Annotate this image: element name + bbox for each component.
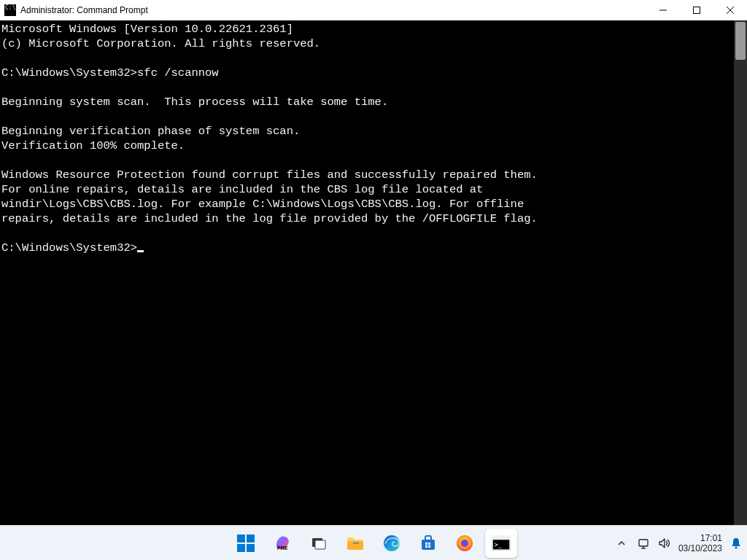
vertical-scrollbar[interactable] <box>734 20 747 525</box>
tray-clock[interactable]: 17:01 03/10/2023 <box>678 533 722 553</box>
svg-point-23 <box>735 546 737 548</box>
task-view-icon <box>309 534 328 553</box>
svg-rect-7 <box>353 542 359 544</box>
windows-logo-icon <box>236 534 255 553</box>
tray-date: 03/10/2023 <box>678 543 722 553</box>
edge-icon <box>382 534 401 553</box>
copilot-icon: PRE <box>273 534 292 553</box>
taskbar-file-explorer-button[interactable] <box>339 529 371 558</box>
system-tray: 17:01 03/10/2023 <box>613 526 743 560</box>
svg-point-15 <box>461 540 468 547</box>
taskbar: PRE <box>0 525 747 560</box>
tray-time: 17:01 <box>678 533 722 543</box>
store-icon <box>419 534 438 553</box>
taskbar-task-view-button[interactable] <box>303 529 335 558</box>
svg-rect-10 <box>425 542 427 545</box>
svg-text:PRE: PRE <box>277 545 288 551</box>
console-prompt[interactable]: C:\Windows\System32> <box>1 241 137 254</box>
tray-network-icon[interactable] <box>638 537 651 550</box>
svg-rect-13 <box>428 545 430 548</box>
taskbar-start-button[interactable] <box>230 529 262 558</box>
taskbar-command-prompt-button[interactable]: >_ <box>485 529 517 558</box>
console-cursor <box>137 250 144 252</box>
chevron-up-icon <box>617 539 626 548</box>
command-prompt-icon: >_ <box>492 534 511 553</box>
taskbar-edge-button[interactable] <box>376 529 408 558</box>
minimize-button[interactable] <box>646 0 680 20</box>
svg-rect-20 <box>639 540 648 546</box>
window-titlebar: Administrator: Command Prompt <box>0 0 747 20</box>
folder-icon <box>346 534 365 553</box>
taskbar-firefox-button[interactable] <box>449 529 481 558</box>
scrollbar-thumb[interactable] <box>735 22 746 60</box>
svg-rect-12 <box>425 545 427 548</box>
svg-rect-1 <box>694 7 700 14</box>
tray-overflow-button[interactable] <box>613 536 630 551</box>
tray-volume-icon[interactable] <box>658 537 671 550</box>
taskbar-center: PRE <box>230 526 517 560</box>
svg-rect-17 <box>492 535 511 539</box>
cmd-app-icon <box>4 4 16 16</box>
close-button[interactable] <box>713 0 747 20</box>
firefox-icon <box>455 534 474 553</box>
console-output[interactable]: Microsoft Windows [Version 10.0.22621.23… <box>0 20 732 525</box>
taskbar-copilot-button[interactable]: PRE <box>266 529 298 558</box>
console-area[interactable]: Microsoft Windows [Version 10.0.22621.23… <box>0 20 747 525</box>
tray-notifications-button[interactable] <box>729 537 743 550</box>
svg-rect-6 <box>315 540 325 549</box>
taskbar-store-button[interactable] <box>412 529 444 558</box>
maximize-button[interactable] <box>680 0 713 20</box>
svg-text:>_: >_ <box>495 540 503 548</box>
svg-rect-11 <box>428 542 430 545</box>
window-title: Administrator: Command Prompt <box>20 5 148 15</box>
